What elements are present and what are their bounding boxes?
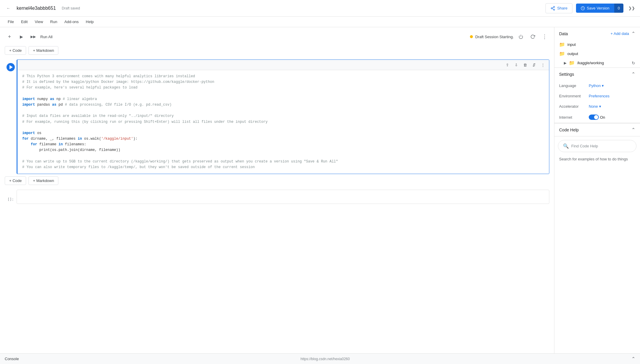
expand-icon[interactable]: ▶ [564,61,567,65]
session-status: Draft Session Starting. [470,35,514,39]
code-cell-1: ⇧ ⇩ 🗑 ⇵ ⋮ # This Python 3 environment co… [5,59,549,174]
svg-point-0 [553,6,555,7]
add-code-button[interactable]: + Code [5,46,26,55]
data-section: Data + Add data ⌃ 📁 input 📁 output ▶ 📁 [554,27,640,68]
settings-accelerator-row: Accelerator None ▾ [554,101,640,112]
draft-status: Draft saved [62,6,80,10]
cell-gutter [5,59,17,174]
header: ← kernel4e3abbb651 Draft saved Share Sav… [0,0,640,17]
accelerator-value[interactable]: None ▾ [589,104,601,109]
add-markdown-button[interactable]: + Markdown [28,46,58,55]
data-title: Data [559,31,568,36]
add-code-button-2[interactable]: + Code [5,176,26,185]
run-all-label[interactable]: Run All [40,35,52,39]
settings-internet-row: Internet On [554,112,640,123]
code-cell-2: []: [5,190,549,204]
version-count[interactable]: 0 [614,4,623,13]
run-cell-button[interactable]: ▶ [17,32,26,41]
settings-section: Settings ⌃ Language Python ▾ Environment… [554,68,640,123]
code-help-description: Search for examples of how to do things [554,156,640,165]
run-cell-button[interactable] [7,63,15,71]
menu-edit[interactable]: Edit [18,18,31,25]
svg-line-4 [552,7,554,8]
data-item-output[interactable]: 📁 output [554,49,640,58]
settings-title: Settings [559,72,574,77]
environment-value[interactable]: Preferences [589,94,609,98]
console-expand-icon[interactable]: ⌃ [631,356,635,362]
share-button[interactable]: Share [545,3,572,13]
code-help-header: Code Help ⌃ [554,123,640,136]
kernel-title: kernel4e3abbb651 [17,6,56,11]
internet-toggle[interactable]: On [589,115,605,120]
toggle-track[interactable] [589,115,599,120]
svg-line-3 [552,9,554,9]
cell-more-button[interactable]: ⋮ [539,61,547,69]
empty-cell-body[interactable] [17,190,549,204]
toggle-thumb [594,115,598,119]
move-down-button[interactable]: ⇩ [512,61,520,69]
console-url: https://blog.csdn.net/hexia0260 [300,357,350,361]
back-button[interactable]: ← [4,4,13,13]
data-section-header: Data + Add data ⌃ [554,27,640,40]
main-area: + ▶ ▶▶ Run All Draft Session Starting. ⋮… [0,27,640,353]
language-dropdown-icon: ▾ [602,83,604,88]
cell-toolbar-area: + ▶ ▶▶ Run All Draft Session Starting. ⋮ [5,32,549,41]
cell-body-active: ⇧ ⇩ 🗑 ⇵ ⋮ # This Python 3 environment co… [17,59,549,174]
add-data-button[interactable]: + Add data [610,31,629,36]
save-icon [581,6,585,10]
environment-label: Environment [559,94,589,98]
menu-addons[interactable]: Add-ons [61,18,81,25]
output-item-name: output [567,51,578,56]
working-item-name: /kaggle/working [577,61,604,65]
refresh-button[interactable] [528,32,537,41]
menu-file[interactable]: File [5,18,17,25]
folder-icon: 📁 [559,42,565,47]
accelerator-label: Accelerator [559,104,589,109]
delete-cell-button[interactable]: 🗑 [521,61,529,69]
code-help-title: Code Help [559,128,579,132]
data-item-working[interactable]: ▶ 📁 /kaggle/working ↻ [554,58,640,67]
more-options-button[interactable]: ⋮ [540,32,549,41]
code-content[interactable]: # This Python 3 environment comes with m… [17,70,549,174]
expand-cell-button[interactable]: ⇵ [530,61,538,69]
internet-label: Internet [559,115,589,120]
language-value[interactable]: Python ▾ [589,83,604,88]
run-all-before-button[interactable]: ▶▶ [28,32,38,41]
folder-icon-2: 📁 [559,51,565,57]
svg-point-1 [551,8,552,9]
status-dot [470,35,473,38]
search-icon: 🔍 [563,143,569,149]
settings-environment-row: Environment Preferences [554,91,640,101]
settings-header: Settings ⌃ [554,68,640,80]
code-help-section: Code Help ⌃ 🔍 Find Code Help Search for … [554,123,640,165]
move-up-button[interactable]: ⇧ [503,61,511,69]
add-markdown-button-2[interactable]: + Markdown [28,176,58,185]
run-triangle-icon [9,65,13,69]
console-label[interactable]: Console [5,357,19,361]
data-item-input[interactable]: 📁 input [554,40,640,49]
menu-help[interactable]: Help [83,18,97,25]
data-collapse-icon[interactable]: ⌃ [631,31,635,36]
sidebar: Data + Add data ⌃ 📁 input 📁 output ▶ 📁 [554,27,640,353]
notebook: + ▶ ▶▶ Run All Draft Session Starting. ⋮… [0,27,554,353]
add-cell-bar-2: + Code + Markdown [5,176,549,185]
sidebar-collapse-button[interactable]: ❯❯ [627,4,636,13]
settings-collapse-icon[interactable]: ⌃ [631,71,635,77]
cell-action-toolbar: ⇧ ⇩ 🗑 ⇵ ⋮ [17,60,549,70]
console-bar: Console https://blog.csdn.net/hexia0260 … [0,353,640,364]
language-label: Language [559,83,589,88]
settings-language-row: Language Python ▾ [554,80,640,91]
code-help-search[interactable]: 🔍 Find Code Help [558,140,636,152]
input-item-name: input [567,42,576,47]
menu-view[interactable]: View [32,18,46,25]
working-refresh-icon[interactable]: ↻ [632,61,635,65]
internet-toggle-label: On [600,115,605,120]
empty-cell-gutter: []: [5,190,17,204]
menu-bar: File Edit View Run Add-ons Help [0,17,640,27]
code-help-collapse-icon[interactable]: ⌃ [631,127,635,133]
add-cell-button[interactable]: + [5,32,14,41]
save-version-button[interactable]: Save Version [576,4,614,13]
power-button[interactable] [516,32,526,41]
add-cell-bar: + Code + Markdown [5,46,549,55]
menu-run[interactable]: Run [47,18,60,25]
